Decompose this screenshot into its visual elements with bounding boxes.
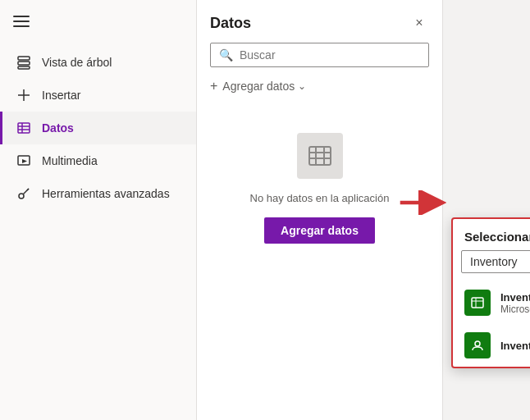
sidebar-item-tree-view[interactable]: Vista de árbol (0, 46, 196, 79)
sidebar-item-advanced[interactable]: Herramientas avanzadas (0, 177, 196, 210)
select-dialog-header: Seleccionar origen de ... × (453, 219, 530, 250)
svg-line-16 (27, 189, 29, 190)
select-search-input[interactable] (470, 255, 530, 268)
inventory-manager-icon (464, 332, 491, 358)
svg-rect-2 (13, 25, 30, 27)
sidebar-item-tree-view-label: Vista de árbol (42, 56, 112, 69)
hamburger-menu[interactable] (0, 7, 196, 46)
sidebar-item-media[interactable]: Multimedia (0, 144, 196, 177)
inventory-transactions-name: Inventory Transactions (500, 291, 530, 304)
panel-search-input[interactable] (240, 48, 420, 62)
layers-icon (16, 54, 32, 71)
inventory-manager-name: InventoryManager (500, 340, 530, 352)
add-data-button[interactable]: + Agregar datos ⌄ (210, 75, 429, 97)
sidebar-item-advanced-label: Herramientas avanzadas (42, 187, 170, 200)
arrow-indicator (399, 190, 448, 215)
sidebar-item-insert[interactable]: Insertar (0, 79, 196, 112)
agregar-datos-button[interactable]: Agregar datos (264, 217, 375, 244)
table-placeholder-icon (297, 133, 343, 179)
inventory-transactions-text: Inventory Transactions Microsoft Dataver… (500, 291, 530, 315)
add-data-label: Agregar datos (222, 80, 295, 93)
sidebar: Vista de árbol Insertar Datos (0, 0, 197, 420)
sidebar-item-insert-label: Insertar (42, 89, 80, 102)
sidebar-item-media-label: Multimedia (42, 154, 98, 167)
sidebar-item-data-label: Datos (42, 121, 74, 135)
svg-rect-0 (13, 16, 30, 17)
plus-icon: + (210, 79, 217, 94)
svg-rect-8 (18, 123, 30, 133)
panel-close-button[interactable]: × (409, 13, 429, 33)
svg-point-14 (19, 194, 24, 199)
svg-marker-13 (22, 159, 27, 163)
search-icon: 🔍 (219, 48, 233, 62)
inventory-transactions-icon (464, 290, 491, 316)
svg-rect-1 (13, 21, 30, 22)
svg-point-27 (475, 341, 480, 346)
svg-rect-24 (472, 298, 483, 308)
svg-rect-4 (18, 62, 30, 65)
data-icon (16, 120, 32, 136)
panel-title: Datos (210, 15, 251, 32)
insert-icon (16, 87, 32, 103)
select-dialog-title: Seleccionar origen de ... (464, 230, 530, 244)
select-origin-dialog: Seleccionar origen de ... × × Inventory … (451, 217, 530, 368)
chevron-down-icon: ⌄ (298, 80, 306, 92)
tools-icon (16, 185, 32, 202)
empty-state: No hay datos en la aplicación Agregar da… (210, 113, 429, 263)
panel-header: Datos × (210, 13, 429, 33)
result-item-inventory-manager[interactable]: InventoryManager ◆ (453, 324, 530, 367)
inventory-manager-text: InventoryManager (500, 340, 530, 352)
svg-rect-17 (309, 147, 331, 165)
select-search-box[interactable]: × (461, 250, 530, 273)
svg-rect-3 (18, 57, 30, 60)
panel-search-box[interactable]: 🔍 (210, 43, 429, 67)
sidebar-item-data[interactable]: Datos (0, 112, 196, 144)
media-icon (16, 153, 32, 169)
inventory-transactions-sub: Microsoft Dataverse (500, 304, 530, 315)
result-item-inventory-transactions[interactable]: Inventory Transactions Microsoft Dataver… (453, 281, 530, 324)
main-content: Datos × 🔍 + Agregar datos ⌄ No hay d (197, 0, 530, 420)
empty-state-text: No hay datos en la aplicación (250, 192, 390, 204)
svg-rect-5 (18, 66, 30, 69)
